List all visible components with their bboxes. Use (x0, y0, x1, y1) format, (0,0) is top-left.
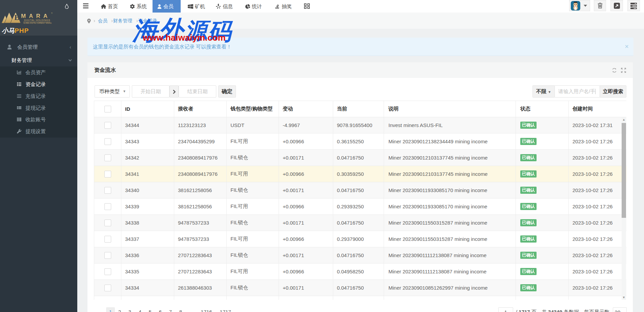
svg-text:B: B (14, 13, 20, 22)
svg-text:GLOBAL DIGITAL CURRENCY MINING: GLOBAL DIGITAL CURRENCY MINING (23, 22, 52, 24)
svg-text:DIGITAL HOLDINGS: DIGITAL HOLDINGS (24, 19, 50, 22)
svg-text:TM: TM (51, 12, 53, 14)
